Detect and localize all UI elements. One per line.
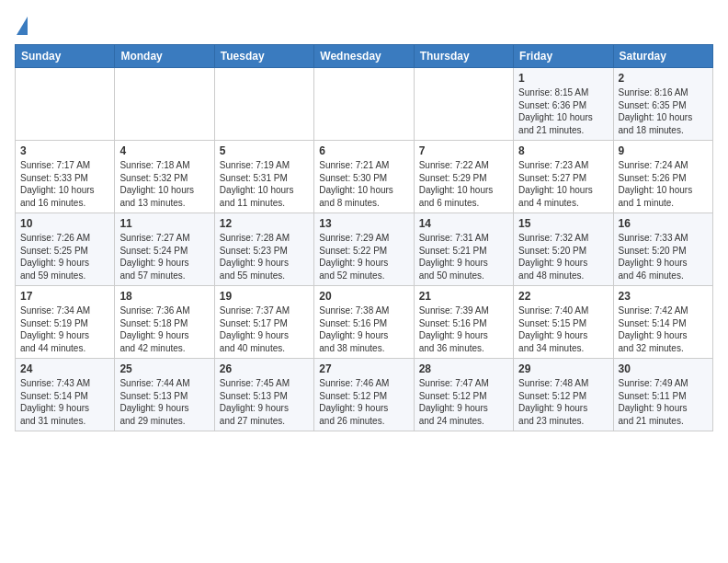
day-cell: 11Sunrise: 7:27 AM Sunset: 5:24 PM Dayli… bbox=[115, 213, 214, 286]
day-info: Sunrise: 7:45 AM Sunset: 5:13 PM Dayligh… bbox=[220, 377, 309, 427]
day-cell bbox=[314, 68, 414, 141]
day-number: 18 bbox=[119, 290, 209, 303]
day-cell: 7Sunrise: 7:22 AM Sunset: 5:29 PM Daylig… bbox=[414, 141, 513, 213]
day-info: Sunrise: 8:16 AM Sunset: 6:35 PM Dayligh… bbox=[619, 86, 708, 136]
day-cell bbox=[115, 68, 214, 141]
day-info: Sunrise: 7:27 AM Sunset: 5:24 PM Dayligh… bbox=[119, 232, 209, 282]
day-cell: 25Sunrise: 7:44 AM Sunset: 5:13 PM Dayli… bbox=[115, 359, 214, 431]
day-cell bbox=[16, 68, 115, 141]
day-cell: 15Sunrise: 7:32 AM Sunset: 5:20 PM Dayli… bbox=[514, 213, 613, 286]
day-cell: 22Sunrise: 7:40 AM Sunset: 5:15 PM Dayli… bbox=[514, 286, 613, 359]
day-number: 8 bbox=[518, 144, 608, 157]
day-info: Sunrise: 7:32 AM Sunset: 5:20 PM Dayligh… bbox=[518, 232, 608, 282]
day-cell: 19Sunrise: 7:37 AM Sunset: 5:17 PM Dayli… bbox=[214, 286, 313, 359]
day-info: Sunrise: 7:48 AM Sunset: 5:12 PM Dayligh… bbox=[518, 377, 608, 427]
day-cell: 13Sunrise: 7:29 AM Sunset: 5:22 PM Dayli… bbox=[314, 213, 414, 286]
day-info: Sunrise: 7:49 AM Sunset: 5:11 PM Dayligh… bbox=[619, 377, 708, 427]
day-number: 27 bbox=[319, 362, 408, 375]
day-cell: 4Sunrise: 7:18 AM Sunset: 5:32 PM Daylig… bbox=[115, 141, 214, 213]
day-info: Sunrise: 7:40 AM Sunset: 5:15 PM Dayligh… bbox=[518, 304, 608, 354]
day-info: Sunrise: 7:17 AM Sunset: 5:33 PM Dayligh… bbox=[20, 159, 109, 209]
day-number: 1 bbox=[518, 72, 608, 85]
day-cell: 26Sunrise: 7:45 AM Sunset: 5:13 PM Dayli… bbox=[214, 359, 313, 431]
day-number: 16 bbox=[619, 217, 708, 230]
logo-triangle-icon bbox=[17, 17, 28, 35]
day-number: 11 bbox=[119, 217, 209, 230]
day-number: 21 bbox=[419, 290, 508, 303]
day-info: Sunrise: 7:37 AM Sunset: 5:17 PM Dayligh… bbox=[220, 304, 309, 354]
day-number: 30 bbox=[619, 362, 708, 375]
day-number: 15 bbox=[518, 217, 608, 230]
day-number: 13 bbox=[319, 217, 408, 230]
day-info: Sunrise: 7:46 AM Sunset: 5:12 PM Dayligh… bbox=[319, 377, 408, 427]
day-cell: 12Sunrise: 7:28 AM Sunset: 5:23 PM Dayli… bbox=[214, 213, 313, 286]
day-cell: 3Sunrise: 7:17 AM Sunset: 5:33 PM Daylig… bbox=[16, 141, 115, 213]
page: SundayMondayTuesdayWednesdayThursdayFrid… bbox=[0, 0, 728, 442]
day-number: 9 bbox=[619, 144, 708, 157]
day-info: Sunrise: 7:21 AM Sunset: 5:30 PM Dayligh… bbox=[319, 159, 408, 209]
weekday-header-thursday: Thursday bbox=[414, 45, 513, 68]
week-row-5: 24Sunrise: 7:43 AM Sunset: 5:14 PM Dayli… bbox=[16, 359, 713, 431]
day-number: 6 bbox=[319, 144, 408, 157]
day-info: Sunrise: 7:42 AM Sunset: 5:14 PM Dayligh… bbox=[619, 304, 708, 354]
weekday-header-row: SundayMondayTuesdayWednesdayThursdayFrid… bbox=[16, 45, 713, 68]
week-row-3: 10Sunrise: 7:26 AM Sunset: 5:25 PM Dayli… bbox=[16, 213, 713, 286]
week-row-1: 1Sunrise: 8:15 AM Sunset: 6:36 PM Daylig… bbox=[16, 68, 713, 141]
day-cell: 2Sunrise: 8:16 AM Sunset: 6:35 PM Daylig… bbox=[613, 68, 712, 141]
weekday-header-monday: Monday bbox=[115, 45, 214, 68]
calendar: SundayMondayTuesdayWednesdayThursdayFrid… bbox=[15, 44, 713, 431]
day-info: Sunrise: 7:24 AM Sunset: 5:26 PM Dayligh… bbox=[619, 159, 708, 209]
day-number: 20 bbox=[319, 290, 408, 303]
day-cell: 23Sunrise: 7:42 AM Sunset: 5:14 PM Dayli… bbox=[613, 286, 712, 359]
day-info: Sunrise: 7:39 AM Sunset: 5:16 PM Dayligh… bbox=[419, 304, 508, 354]
day-info: Sunrise: 7:23 AM Sunset: 5:27 PM Dayligh… bbox=[518, 159, 608, 209]
day-info: Sunrise: 7:33 AM Sunset: 5:20 PM Dayligh… bbox=[619, 232, 708, 282]
day-info: Sunrise: 7:29 AM Sunset: 5:22 PM Dayligh… bbox=[319, 232, 408, 282]
day-info: Sunrise: 7:34 AM Sunset: 5:19 PM Dayligh… bbox=[20, 304, 109, 354]
day-number: 17 bbox=[20, 290, 109, 303]
day-info: Sunrise: 8:15 AM Sunset: 6:36 PM Dayligh… bbox=[518, 86, 608, 136]
day-info: Sunrise: 7:38 AM Sunset: 5:16 PM Dayligh… bbox=[319, 304, 408, 354]
day-number: 5 bbox=[220, 144, 309, 157]
day-number: 25 bbox=[119, 362, 209, 375]
weekday-header-friday: Friday bbox=[514, 45, 613, 68]
day-cell: 29Sunrise: 7:48 AM Sunset: 5:12 PM Dayli… bbox=[514, 359, 613, 431]
day-cell: 17Sunrise: 7:34 AM Sunset: 5:19 PM Dayli… bbox=[16, 286, 115, 359]
day-cell: 24Sunrise: 7:43 AM Sunset: 5:14 PM Dayli… bbox=[16, 359, 115, 431]
day-cell: 10Sunrise: 7:26 AM Sunset: 5:25 PM Dayli… bbox=[16, 213, 115, 286]
week-row-2: 3Sunrise: 7:17 AM Sunset: 5:33 PM Daylig… bbox=[16, 141, 713, 213]
day-info: Sunrise: 7:44 AM Sunset: 5:13 PM Dayligh… bbox=[119, 377, 209, 427]
day-cell: 5Sunrise: 7:19 AM Sunset: 5:31 PM Daylig… bbox=[214, 141, 313, 213]
weekday-header-wednesday: Wednesday bbox=[314, 45, 414, 68]
day-number: 7 bbox=[419, 144, 508, 157]
day-info: Sunrise: 7:22 AM Sunset: 5:29 PM Dayligh… bbox=[419, 159, 508, 209]
day-info: Sunrise: 7:47 AM Sunset: 5:12 PM Dayligh… bbox=[419, 377, 508, 427]
day-cell: 14Sunrise: 7:31 AM Sunset: 5:21 PM Dayli… bbox=[414, 213, 513, 286]
day-cell: 8Sunrise: 7:23 AM Sunset: 5:27 PM Daylig… bbox=[514, 141, 613, 213]
day-cell bbox=[414, 68, 513, 141]
day-number: 26 bbox=[220, 362, 309, 375]
day-number: 3 bbox=[20, 144, 109, 157]
day-cell: 20Sunrise: 7:38 AM Sunset: 5:16 PM Dayli… bbox=[314, 286, 414, 359]
day-cell: 28Sunrise: 7:47 AM Sunset: 5:12 PM Dayli… bbox=[414, 359, 513, 431]
weekday-header-saturday: Saturday bbox=[613, 45, 712, 68]
header bbox=[15, 15, 713, 35]
day-cell: 27Sunrise: 7:46 AM Sunset: 5:12 PM Dayli… bbox=[314, 359, 414, 431]
day-info: Sunrise: 7:31 AM Sunset: 5:21 PM Dayligh… bbox=[419, 232, 508, 282]
day-cell: 1Sunrise: 8:15 AM Sunset: 6:36 PM Daylig… bbox=[514, 68, 613, 141]
day-number: 12 bbox=[220, 217, 309, 230]
day-number: 14 bbox=[419, 217, 508, 230]
week-row-4: 17Sunrise: 7:34 AM Sunset: 5:19 PM Dayli… bbox=[16, 286, 713, 359]
day-number: 28 bbox=[419, 362, 508, 375]
day-number: 24 bbox=[20, 362, 109, 375]
day-info: Sunrise: 7:43 AM Sunset: 5:14 PM Dayligh… bbox=[20, 377, 109, 427]
logo bbox=[15, 15, 28, 35]
day-info: Sunrise: 7:26 AM Sunset: 5:25 PM Dayligh… bbox=[20, 232, 109, 282]
day-info: Sunrise: 7:18 AM Sunset: 5:32 PM Dayligh… bbox=[119, 159, 209, 209]
day-info: Sunrise: 7:36 AM Sunset: 5:18 PM Dayligh… bbox=[119, 304, 209, 354]
day-cell: 9Sunrise: 7:24 AM Sunset: 5:26 PM Daylig… bbox=[613, 141, 712, 213]
day-number: 4 bbox=[119, 144, 209, 157]
day-number: 22 bbox=[518, 290, 608, 303]
day-number: 19 bbox=[220, 290, 309, 303]
day-info: Sunrise: 7:28 AM Sunset: 5:23 PM Dayligh… bbox=[220, 232, 309, 282]
